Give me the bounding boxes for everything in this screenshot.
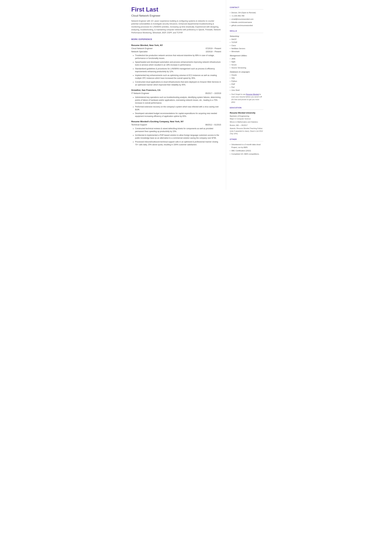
education-section-title: EDUCATION	[230, 107, 263, 110]
job-1-bullet-5: Constructed cloud applications & cloud i…	[135, 81, 221, 86]
skill-1-2: Scrum	[230, 63, 263, 66]
job-2-bullets: Administered key operations such as trou…	[133, 96, 221, 118]
skill-2-3: PHP	[230, 83, 263, 85]
company-1-name: Resume Worded, New York, NY	[131, 44, 221, 47]
job-3-role-1-date: 08/2012 – 01/2015	[205, 124, 221, 126]
resume-worded-note: Don't forget to use Resume Worded to sca…	[230, 93, 263, 104]
note-prefix: Don't forget to use	[231, 93, 246, 95]
skills-category-2-name: Databases & Languages:	[230, 70, 263, 73]
job-1-role-2-date: 10/2018 – Present	[206, 50, 221, 53]
job-1-role-1-title: Cloud Network Engineer	[131, 47, 153, 50]
skill-0-2: Cisco	[230, 44, 263, 47]
contact-item-2: email@resumeworded.com	[230, 18, 263, 20]
skills-category-0-name: Networking:	[230, 35, 263, 37]
edu-location-date: Boston, MA — 05/2017	[230, 124, 263, 127]
skill-2-2: Python	[230, 80, 263, 83]
job-2-bullet-2: Performed extensive recovery on the comp…	[135, 105, 221, 111]
company-3-name: Resume Worded's Exciting Company, New Yo…	[131, 120, 221, 123]
job-2-bullet-3: Developed calculated budget recommendati…	[135, 112, 221, 118]
job-1-bullet-2: Spearheaded and developed automation and…	[135, 61, 221, 66]
job-2-role-1-date: 05/2017 – 10/2019	[205, 92, 221, 95]
other-section-title: OTHER	[230, 138, 263, 141]
other-item-2: Completed 10+ AWS competitions.	[230, 153, 263, 155]
skills-category-1-list: JIRA Agile Scrum Source Versioning	[230, 57, 263, 69]
edu-degree: Bachelor of Engineering	[230, 115, 263, 117]
job-1-bullet-4: Implemented key enhancements such as opt…	[135, 74, 221, 80]
job-1-bullet-3: Standardized guidelines & procedures for…	[135, 67, 221, 73]
left-column: First Last Cloud Network Engineer Networ…	[125, 0, 226, 189]
job-1-role-1-row: Cloud Network Engineer 07/2019 – Present	[131, 47, 221, 50]
resume-page: First Last Cloud Network Engineer Networ…	[125, 0, 267, 189]
skills-section-title: SKILLS	[230, 30, 263, 33]
edu-school: Resume Worded University	[230, 112, 263, 114]
skills-category-2-list: Oracle SQL Python PHP Perl Unix Shell	[230, 74, 263, 91]
resume-worded-link[interactable]: Resume Worded	[246, 93, 259, 95]
skill-1-1: Agile	[230, 61, 263, 63]
skills-category-1-name: Management Utilities:	[230, 54, 263, 57]
edu-awards: Awards: Resume Worded Teaching Fellow (o…	[230, 127, 263, 135]
contact-list: Denver, OH (Open to Remote) +1-234-456-7…	[230, 11, 263, 27]
job-1-bullets: Troubleshot live production network serv…	[133, 54, 221, 86]
job-3-bullets: Constructed technical reviews & raised d…	[133, 127, 221, 146]
skill-0-0: DHCP	[230, 38, 263, 41]
other-list: Volunteered in a 3-month data cloud Proj…	[230, 143, 263, 155]
contact-section-title: CONTACT	[230, 6, 263, 9]
job-2: Growthsi, San Francisco, CA IT Network E…	[131, 89, 221, 118]
job-1-role-1-date: 07/2019 – Present	[206, 47, 221, 50]
skills-category-0-list: DHCP TCP/IP Cisco NetWare Servers Wiresh…	[230, 38, 263, 53]
skill-0-3: NetWare Servers	[230, 47, 263, 50]
skill-2-0: Oracle	[230, 74, 263, 76]
right-column: CONTACT Denver, OH (Open to Remote) +1-2…	[226, 0, 267, 189]
job-3-role-1-title: Technical Support	[131, 124, 147, 126]
skill-2-1: SQL	[230, 77, 263, 79]
job-3-bullet-2: Architected & implemented a PHP-based so…	[135, 134, 221, 140]
job-3: Resume Worded's Exciting Company, New Yo…	[131, 120, 221, 146]
job-2-role-1-title: IT Network Engineer	[131, 92, 149, 95]
other-item-1: ABC Certification (2022)	[230, 149, 263, 152]
skill-2-5: Unix Shell	[230, 89, 263, 91]
edu-minors: Minors in Mathematics and Statistics	[230, 121, 263, 123]
contact-item-3: linkedin.com/in/username	[230, 21, 263, 23]
skill-2-4: Perl	[230, 86, 263, 88]
summary: Network Engineer with 10+ years' experie…	[131, 20, 221, 34]
job-2-role-1-row: IT Network Engineer 05/2017 – 10/2019	[131, 92, 221, 95]
other-item-0: Volunteered in a 3-month data cloud Proj…	[230, 143, 263, 149]
contact-item-4: github.com/resumeworded	[230, 24, 263, 27]
company-2-name: Growthsi, San Francisco, CA	[131, 89, 221, 92]
contact-item-1: +1-234-456-789	[230, 14, 263, 17]
job-1: Resume Worded, New York, NY Cloud Networ…	[131, 44, 221, 86]
skill-0-1: TCP/IP	[230, 41, 263, 44]
job-1-bullet-1: Troubleshot live production network serv…	[135, 54, 221, 60]
skill-1-0: JIRA	[230, 57, 263, 60]
skill-1-3: Source Versioning	[230, 66, 263, 69]
job-title: Cloud Network Engineer	[131, 14, 221, 18]
work-experience-title: WORK EXPERIENCE	[131, 38, 221, 42]
skill-0-4: Wireshark	[230, 50, 263, 53]
job-3-bullet-1: Constructed technical reviews & raised d…	[135, 127, 221, 133]
job-3-bullet-3: Processed inbound/outbound technical sup…	[135, 140, 221, 146]
edu-major: Major in Computer Science	[230, 118, 263, 120]
candidate-name: First Last	[131, 6, 221, 13]
job-3-role-1-row: Technical Support 08/2012 – 01/2015	[131, 124, 221, 126]
job-2-bullet-1: Administered key operations such as trou…	[135, 96, 221, 104]
job-1-role-2-title: Network Specialist	[131, 50, 148, 53]
contact-item-0: Denver, OH (Open to Remote)	[230, 11, 263, 14]
job-1-role-2-row: Network Specialist 10/2018 – Present	[131, 50, 221, 53]
